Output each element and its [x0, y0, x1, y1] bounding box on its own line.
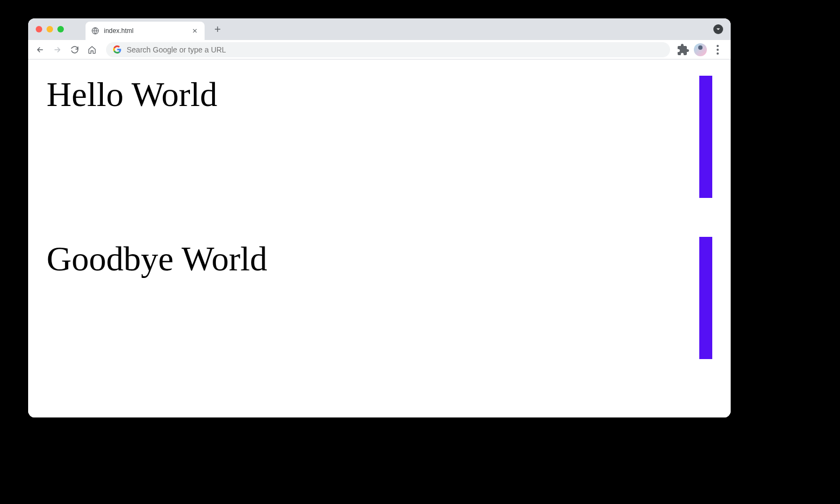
tab-title: index.html [104, 27, 191, 35]
window-maximize-button[interactable] [57, 26, 64, 32]
toolbar [28, 40, 731, 59]
svg-point-3 [717, 52, 719, 55]
new-tab-button[interactable] [210, 22, 225, 37]
address-input[interactable] [127, 45, 664, 54]
reload-button[interactable] [67, 42, 82, 57]
heading-goodbye: Goodbye World [47, 240, 712, 278]
section-1: Hello World [28, 59, 731, 114]
toolbar-right [677, 43, 726, 56]
heading-hello: Hello World [47, 76, 712, 114]
svg-point-2 [717, 49, 719, 51]
google-icon [113, 45, 121, 54]
window-close-button[interactable] [36, 26, 42, 32]
browser-window: index.html [28, 18, 731, 417]
profile-avatar[interactable] [694, 43, 707, 56]
globe-icon [91, 26, 100, 35]
tabs-bar: index.html [28, 18, 731, 40]
tab-search-button[interactable] [713, 24, 723, 34]
tabs-right [713, 24, 723, 34]
home-button[interactable] [84, 42, 100, 57]
menu-button[interactable] [711, 43, 724, 56]
browser-tab[interactable]: index.html [86, 22, 205, 40]
address-bar[interactable] [106, 42, 670, 57]
svg-point-1 [717, 45, 719, 47]
page-viewport: Hello World Goodbye World [28, 59, 731, 417]
window-minimize-button[interactable] [47, 26, 53, 32]
back-button[interactable] [32, 42, 48, 57]
window-controls [36, 26, 64, 32]
extensions-icon[interactable] [677, 43, 690, 56]
forward-button[interactable] [50, 42, 65, 57]
tab-close-button[interactable] [191, 26, 199, 35]
section-2: Goodbye World [28, 224, 731, 278]
